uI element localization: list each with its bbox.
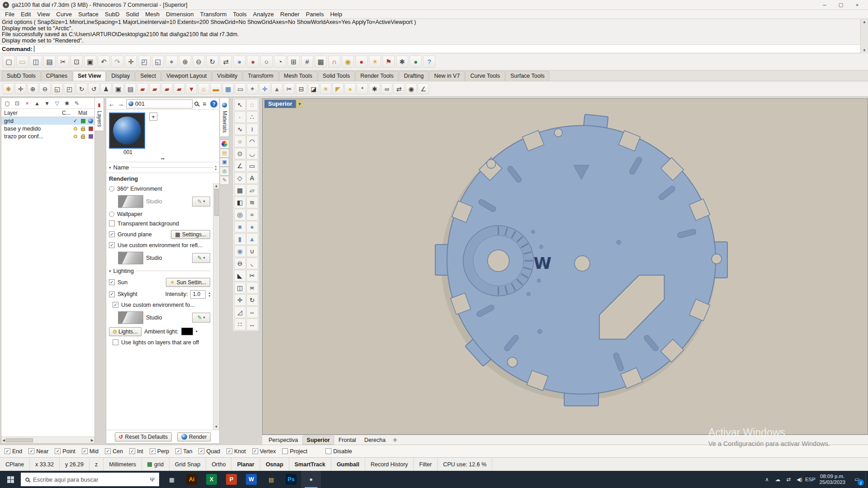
ambient-color-swatch[interactable] [181,328,193,335]
clipping-plane-icon[interactable]: ✂ [283,83,295,94]
column-layer[interactable]: Layer [1,110,62,116]
toolbar-tab[interactable]: Mesh Tools [279,71,317,81]
rotate-view-icon[interactable]: ↻ [206,56,218,68]
move-up-icon[interactable]: ▲ [33,99,42,108]
scroll-up-icon[interactable]: ▲ [215,184,218,188]
help-icon[interactable]: ? [210,100,217,108]
custom-reflection-option[interactable]: ✓ Use custom environment for refl... [106,240,213,250]
microphone-icon[interactable]: Ψ [150,476,155,483]
array-tool-icon[interactable]: ∷ [234,319,246,330]
forward-icon[interactable]: → [117,100,124,108]
lock-view-icon[interactable]: ◉ [406,83,417,94]
chevron-down-icon[interactable]: ▾ [196,329,198,333]
loft-tool-icon[interactable]: ≋ [246,197,258,208]
viewport-tab[interactable]: Perspectiva [265,436,302,444]
stars-icon[interactable]: * [357,83,368,94]
zoom-target-icon[interactable]: ⌖ [165,56,178,68]
superior-viewport[interactable]: Superior ▼ [262,99,868,435]
sun-settings-button[interactable]: ☀Sun Settin... [166,278,210,287]
checkbox-icon[interactable]: ✓ [109,279,115,285]
status-bar-item[interactable]: y 26.29 [60,458,90,471]
toolbar-tab[interactable]: Visibility [212,71,242,81]
add-material-button[interactable]: + [149,113,157,121]
new-file-icon[interactable]: ▢ [3,56,15,68]
reset-to-defaults-button[interactable]: ↺Reset To Defaults [115,432,172,441]
conic-tool-icon[interactable]: ◡ [246,148,258,160]
menu-item[interactable]: Solid [123,11,142,18]
intensity-stepper[interactable]: ▴▾ [208,291,210,297]
word-app[interactable]: W [241,471,261,488]
split-tool-icon[interactable]: ◫ [234,282,246,294]
status-bar-item[interactable]: Grid Snap [170,458,206,471]
language-indicator[interactable]: ESP [805,477,816,482]
status-bar-item[interactable]: Osnap [260,458,289,471]
checkbox-icon[interactable] [326,448,331,454]
menu-item[interactable]: Dimension [163,11,197,18]
show-desktop-button[interactable] [865,471,868,488]
truck-view-icon[interactable]: ▼ [186,83,197,94]
grid-icon[interactable]: ▦ [315,56,327,68]
redo-icon[interactable]: ↷ [111,56,123,68]
transparent-background-option[interactable]: Transparent background [106,219,213,228]
layers-horizontal-scrollbar[interactable]: ◀ ▶ [1,436,94,443]
osnap-checkbox-item[interactable]: ✓ Perp [150,448,169,455]
select-tool-icon[interactable]: ↖ [234,99,246,111]
scroll-up-icon[interactable]: ▴ [215,164,217,168]
move-view-icon[interactable]: ✛ [15,83,26,94]
fillet-tool-icon[interactable]: ◟ [246,258,258,269]
menu-item[interactable]: Transform [197,11,230,18]
task-view-button[interactable]: ▦ [162,471,182,488]
zoom-dynamic-icon[interactable]: ⊕ [27,83,38,94]
menu-item[interactable]: Help [327,11,345,18]
osnap-checkbox-item[interactable]: ✓ Tan [175,448,192,455]
magnet-osnap-icon[interactable]: ∩ [328,56,340,68]
rendered-ball-tab-icon[interactable] [220,140,229,149]
sun-study-icon[interactable]: ☀ [320,83,331,94]
surface-tool-icon[interactable]: ▦ [234,184,246,196]
network-icon[interactable]: ⇄ [783,476,794,483]
environment-360-option[interactable]: 360° Environment [106,184,213,193]
copy-icon[interactable]: ⊡ [71,56,83,68]
pan-view-icon[interactable]: ⇄ [220,56,232,68]
checkbox-icon[interactable]: ✓ [109,231,115,237]
status-bar-item[interactable]: Ortho [206,458,231,471]
scroll-down-icon[interactable]: ▾ [215,168,217,171]
scroll-up-icon[interactable]: ▲ [863,20,866,24]
shaded-display-icon[interactable]: ● [233,56,245,68]
rotate-camera-icon[interactable]: ↻ [76,83,87,94]
ghosted-display-icon[interactable]: ◔ [274,56,286,68]
checkbox-icon[interactable] [282,448,288,454]
menu-item[interactable]: Panels [302,11,327,18]
gumball-toggle-icon[interactable]: ◉ [342,56,354,68]
filter-icon[interactable]: ▽ [52,99,61,108]
status-bar-item[interactable]: Millimeters [104,458,142,471]
cylinder-tool-icon[interactable]: ▮ [234,233,246,245]
cone-tool-icon[interactable]: ▲ [246,233,258,245]
screen-icon[interactable]: ▭ [235,83,246,94]
zoom-window-icon[interactable]: ◱ [152,56,164,68]
taskbar-clock[interactable]: 08:09 p.m. 25/03/2023 [816,474,849,485]
status-bar-item[interactable]: SmartTrack [289,458,331,471]
environment-thumbnail[interactable] [118,252,143,264]
menu-item[interactable]: SubD [102,11,123,18]
render-button[interactable]: Render [177,432,211,441]
osnap-checkbox-item[interactable]: ✓ Vertex [252,448,276,455]
menu-item[interactable]: Curve [53,11,75,18]
layer-name[interactable]: grid [4,118,71,124]
arc-tool-icon[interactable]: ◠ [246,136,258,147]
zoom-out-view-icon[interactable]: ⊖ [39,83,51,94]
hamburger-menu-icon[interactable]: ≡ [200,100,208,108]
ground-plane-option[interactable]: ✓ Ground plane ▦Settings... [106,228,213,240]
link-icon[interactable]: ∞ [381,83,392,94]
cut-icon[interactable]: ✂ [57,56,69,68]
rhino-app[interactable]: ● [301,471,321,488]
layer-lock-toggle[interactable] [79,127,87,131]
illustrator-app[interactable]: Ai [182,471,202,488]
trim-tool-icon[interactable]: ✂ [246,270,258,282]
new-layer-icon[interactable]: ▢ [3,99,12,108]
watch-dial-model[interactable]: W [263,99,868,434]
environment-thumbnail[interactable] [118,311,143,324]
osnap-checkbox-item[interactable]: ✓ Near [28,448,48,455]
material-search-input[interactable]: 001 [126,99,193,108]
pan-icon[interactable]: ✛ [125,56,137,68]
